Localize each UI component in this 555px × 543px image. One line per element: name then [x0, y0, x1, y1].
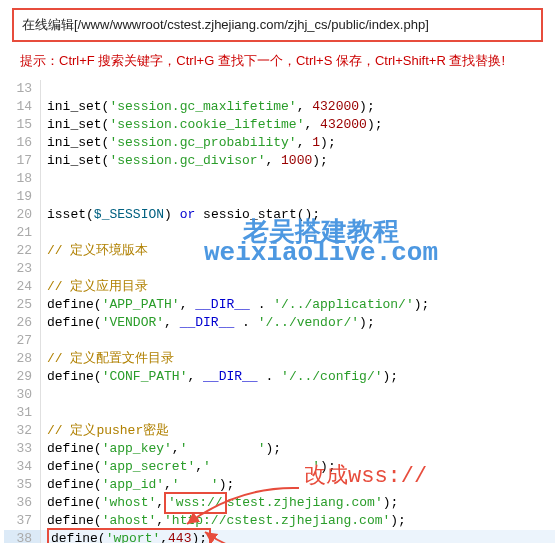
line-number: 37	[4, 512, 41, 530]
line-number: 31	[4, 404, 41, 422]
code-content[interactable]: define('CONF_PATH', __DIR__ . '/../confi…	[41, 368, 398, 386]
code-content[interactable]: define('wport',443);	[41, 530, 211, 543]
code-line[interactable]: 13	[4, 80, 555, 98]
code-content[interactable]: ini_set('session.gc_maxlifetime', 432000…	[41, 98, 375, 116]
code-line[interactable]: 17ini_set('session.gc_divisor', 1000);	[4, 152, 555, 170]
line-number: 17	[4, 152, 41, 170]
code-content[interactable]: define('whost','wss://stest.zjhejiang.co…	[41, 494, 398, 512]
line-number: 21	[4, 224, 41, 242]
code-line[interactable]: 32// 定义pusher密匙	[4, 422, 555, 440]
code-line[interactable]: 36define('whost','wss://stest.zjhejiang.…	[4, 494, 555, 512]
line-number: 34	[4, 458, 41, 476]
code-line[interactable]: 24// 定义应用目录	[4, 278, 555, 296]
code-line[interactable]: 30	[4, 386, 555, 404]
line-number: 19	[4, 188, 41, 206]
code-line[interactable]: 29define('CONF_PATH', __DIR__ . '/../con…	[4, 368, 555, 386]
code-content[interactable]: // 定义配置文件目录	[41, 350, 174, 368]
shortcut-tip: 提示：Ctrl+F 搜索关键字，Ctrl+G 查找下一个，Ctrl+S 保存，C…	[20, 52, 555, 70]
code-content[interactable]	[41, 404, 47, 422]
line-number: 16	[4, 134, 41, 152]
line-number: 24	[4, 278, 41, 296]
line-number: 22	[4, 242, 41, 260]
code-line[interactable]: 16ini_set('session.gc_probability', 1);	[4, 134, 555, 152]
code-line[interactable]: 31	[4, 404, 555, 422]
code-line[interactable]: 35define('app_id',' ');	[4, 476, 555, 494]
code-line[interactable]: 18	[4, 170, 555, 188]
code-line[interactable]: 26define('VENDOR', __DIR__ . '/../vendor…	[4, 314, 555, 332]
code-content[interactable]: isset($_SESSION) or sessio_start();	[41, 206, 320, 224]
code-line[interactable]: 23	[4, 260, 555, 278]
code-content[interactable]	[41, 80, 47, 98]
code-content[interactable]: // 定义pusher密匙	[41, 422, 169, 440]
code-line[interactable]: 25define('APP_PATH', __DIR__ . '/../appl…	[4, 296, 555, 314]
code-content[interactable]: // 定义应用目录	[41, 278, 148, 296]
line-number: 32	[4, 422, 41, 440]
line-number: 30	[4, 386, 41, 404]
line-number: 13	[4, 80, 41, 98]
code-line[interactable]: 21	[4, 224, 555, 242]
code-line[interactable]: 14ini_set('session.gc_maxlifetime', 4320…	[4, 98, 555, 116]
line-number: 38	[4, 530, 41, 543]
line-number: 25	[4, 296, 41, 314]
code-line[interactable]: 19	[4, 188, 555, 206]
line-number: 27	[4, 332, 41, 350]
line-number: 15	[4, 116, 41, 134]
code-line[interactable]: 27	[4, 332, 555, 350]
line-number: 33	[4, 440, 41, 458]
tip-text: 提示：Ctrl+F 搜索关键字，Ctrl+G 查找下一个，Ctrl+S 保存，C…	[20, 53, 505, 68]
code-content[interactable]: ini_set('session.cookie_lifetime', 43200…	[41, 116, 383, 134]
code-content[interactable]	[41, 332, 47, 350]
code-content[interactable]	[41, 224, 47, 242]
code-content[interactable]: define('app_secret',' ');	[41, 458, 336, 476]
line-number: 35	[4, 476, 41, 494]
line-number: 28	[4, 350, 41, 368]
code-content[interactable]: ini_set('session.gc_divisor', 1000);	[41, 152, 328, 170]
line-number: 23	[4, 260, 41, 278]
file-path-text: 在线编辑[/www/wwwroot/cstest.zjhejiang.com/z…	[22, 17, 429, 32]
code-line[interactable]: 34define('app_secret',' ');	[4, 458, 555, 476]
code-line[interactable]: 38define('wport',443);	[4, 530, 555, 543]
line-number: 20	[4, 206, 41, 224]
line-number: 14	[4, 98, 41, 116]
code-line[interactable]: 15ini_set('session.cookie_lifetime', 432…	[4, 116, 555, 134]
code-content[interactable]: define('VENDOR', __DIR__ . '/../vendor/'…	[41, 314, 375, 332]
code-content[interactable]	[41, 260, 47, 278]
line-number: 18	[4, 170, 41, 188]
line-number: 36	[4, 494, 41, 512]
code-line[interactable]: 33define('app_key',' ');	[4, 440, 555, 458]
file-path-header: 在线编辑[/www/wwwroot/cstest.zjhejiang.com/z…	[12, 8, 543, 42]
code-line[interactable]: 22// 定义环境版本	[4, 242, 555, 260]
code-content[interactable]	[41, 188, 47, 206]
line-number: 29	[4, 368, 41, 386]
code-content[interactable]	[41, 170, 47, 188]
code-line[interactable]: 28// 定义配置文件目录	[4, 350, 555, 368]
code-content[interactable]: // 定义环境版本	[41, 242, 148, 260]
code-content[interactable]: define('app_key',' ');	[41, 440, 281, 458]
code-content[interactable]: ini_set('session.gc_probability', 1);	[41, 134, 336, 152]
code-line[interactable]: 20isset($_SESSION) or sessio_start();	[4, 206, 555, 224]
line-number: 26	[4, 314, 41, 332]
code-content[interactable]: define('APP_PATH', __DIR__ . '/../applic…	[41, 296, 429, 314]
code-editor[interactable]: 1314ini_set('session.gc_maxlifetime', 43…	[4, 80, 555, 543]
code-content[interactable]	[41, 386, 47, 404]
